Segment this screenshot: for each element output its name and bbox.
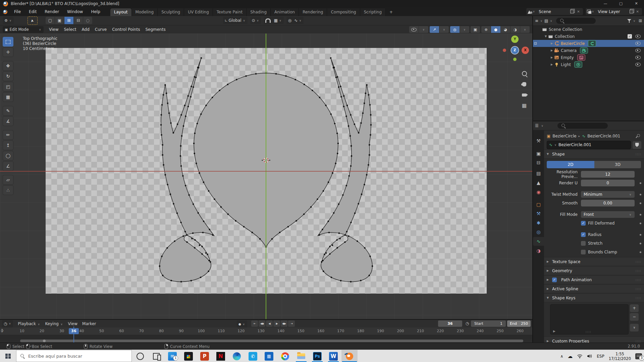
- curve-control-point[interactable]: [340, 96, 342, 98]
- curve-control-point[interactable]: [210, 261, 211, 263]
- curve-control-point[interactable]: [181, 135, 183, 137]
- curve-control-point[interactable]: [343, 95, 345, 97]
- panel-header-active-spline[interactable]: ▶Active Spline::::: [544, 284, 644, 293]
- curve-control-point[interactable]: [194, 76, 196, 78]
- curve-control-point[interactable]: [243, 226, 245, 228]
- taskbar-app-task-view[interactable]: [148, 350, 164, 362]
- stretch-checkbox[interactable]: [581, 241, 586, 246]
- curve-control-point[interactable]: [162, 154, 163, 156]
- navigation-gizmo[interactable]: Y Z X: [499, 36, 530, 66]
- extrude-tool[interactable]: ↥: [3, 140, 13, 150]
- curve-control-point[interactable]: [198, 212, 199, 214]
- curve-control-point[interactable]: [191, 280, 192, 282]
- outliner-item-label[interactable]: Camera: [561, 48, 577, 53]
- curve-control-point[interactable]: [180, 281, 182, 283]
- curve-control-point[interactable]: [366, 84, 368, 86]
- curve-control-point[interactable]: [372, 265, 373, 267]
- curve-control-point[interactable]: [161, 104, 163, 106]
- curve-control-point[interactable]: [184, 105, 186, 106]
- select-mode-1[interactable]: ▣: [55, 17, 64, 24]
- curve-control-point[interactable]: [193, 203, 194, 205]
- smooth-field[interactable]: 0.00: [581, 200, 635, 206]
- menu-render[interactable]: Render: [41, 9, 63, 14]
- panel-header-custom-properties[interactable]: ▶Custom Properties::::: [544, 337, 644, 343]
- jump-to-start-button[interactable]: ⇤: [251, 320, 258, 327]
- viewport-menu-curve[interactable]: Curve: [95, 27, 107, 32]
- hide-in-viewport-eye-icon[interactable]: [635, 35, 641, 38]
- gizmo-x-axis[interactable]: X: [522, 47, 529, 54]
- panel-drag-grip[interactable]: ::::: [636, 269, 641, 273]
- properties-tab-world[interactable]: ◉: [533, 188, 544, 196]
- curve-control-point[interactable]: [186, 241, 188, 243]
- curve-control-point[interactable]: [160, 114, 162, 116]
- hide-in-viewport-eye-icon[interactable]: [635, 42, 641, 45]
- curve-control-point[interactable]: [358, 132, 360, 134]
- outliner-row-camera[interactable]: ▶Camera: [533, 47, 644, 54]
- curve-control-point[interactable]: [350, 281, 352, 283]
- frame-start-field[interactable]: Start 1: [471, 320, 506, 327]
- animate-decorator-dot[interactable]: [640, 214, 641, 216]
- curve-control-point[interactable]: [317, 198, 318, 200]
- hide-in-viewport-eye-icon[interactable]: [635, 56, 641, 59]
- remove-view-layer-icon[interactable]: ✕: [635, 10, 641, 13]
- viewport-menu-segments[interactable]: Segments: [145, 27, 165, 32]
- datablock-name[interactable]: BezierCircle.001: [558, 142, 591, 147]
- viewport-menu-view[interactable]: View: [49, 27, 58, 32]
- shear-tool[interactable]: ▱: [3, 175, 13, 185]
- curve-control-point[interactable]: [331, 277, 332, 278]
- zoom-icon[interactable]: [521, 70, 528, 77]
- curve-control-point[interactable]: [323, 270, 324, 272]
- start-button[interactable]: [0, 350, 16, 362]
- properties-tab-physics[interactable]: ◎: [533, 228, 544, 236]
- viewport-menu-add[interactable]: Add: [82, 27, 90, 32]
- curve-control-point[interactable]: [312, 89, 313, 91]
- curve-control-point[interactable]: [208, 260, 210, 261]
- curve-control-point[interactable]: [191, 86, 192, 87]
- workspace-tab-uv-editing[interactable]: UV Editing: [184, 8, 213, 16]
- pin-icon[interactable]: [636, 134, 640, 138]
- new-view-layer-icon[interactable]: [630, 10, 633, 13]
- curve-control-point[interactable]: [201, 57, 202, 59]
- curve-control-point[interactable]: [271, 238, 273, 240]
- curve-control-point[interactable]: [325, 105, 327, 106]
- curve-control-point[interactable]: [369, 104, 371, 106]
- curve-control-point[interactable]: [161, 256, 163, 257]
- curve-control-point[interactable]: [366, 174, 368, 176]
- outliner-display-mode-icon[interactable]: ≡: [535, 18, 538, 23]
- workspace-tab-compositing[interactable]: Compositing: [327, 8, 360, 16]
- language-indicator[interactable]: ESP: [597, 354, 604, 359]
- curve-control-point[interactable]: [162, 144, 163, 146]
- curve-control-point[interactable]: [351, 155, 353, 157]
- curve-control-point[interactable]: [319, 234, 320, 236]
- curve-control-point[interactable]: [191, 238, 193, 240]
- 2d-button[interactable]: 2D: [547, 161, 594, 168]
- curve-control-point[interactable]: [310, 206, 312, 208]
- curve-control-point[interactable]: [194, 153, 195, 155]
- curve-control-point[interactable]: [180, 222, 182, 223]
- use-preview-range-icon[interactable]: ◷: [464, 320, 470, 327]
- twist-method-dropdown[interactable]: Minimum∨: [581, 191, 635, 198]
- taskbar-app-mail[interactable]: ✉1: [164, 350, 180, 362]
- disclosure-triangle-icon[interactable]: ▶: [550, 49, 554, 52]
- gizmo-z-axis[interactable]: Z: [511, 47, 519, 54]
- frame-end-field[interactable]: End 250: [507, 320, 531, 327]
- curve-control-point[interactable]: [332, 244, 333, 246]
- curve-control-point[interactable]: [197, 123, 198, 124]
- curve-control-point[interactable]: [187, 106, 189, 107]
- curve-control-point[interactable]: [327, 221, 329, 222]
- curve-control-point[interactable]: [220, 206, 222, 208]
- curve-control-point[interactable]: [212, 97, 213, 98]
- outliner-search-input[interactable]: [556, 18, 596, 24]
- curve-control-point[interactable]: [170, 193, 171, 195]
- viewport-menu-control-points[interactable]: Control Points: [112, 27, 140, 32]
- curve-control-point[interactable]: [186, 234, 188, 236]
- remove-shape-key-button[interactable]: −: [630, 313, 639, 321]
- taskbar-app-whatsapp[interactable]: ✆: [245, 350, 261, 362]
- curve-control-point[interactable]: [190, 96, 192, 98]
- select-box-tool[interactable]: [3, 37, 13, 47]
- curve-control-point[interactable]: [294, 79, 296, 80]
- curve-control-point[interactable]: [212, 234, 214, 236]
- curve-control-point[interactable]: [166, 93, 167, 94]
- taskbar-app-chrome[interactable]: [277, 350, 293, 362]
- panel-header-shape[interactable]: ▼ Shape ::::: [544, 149, 644, 159]
